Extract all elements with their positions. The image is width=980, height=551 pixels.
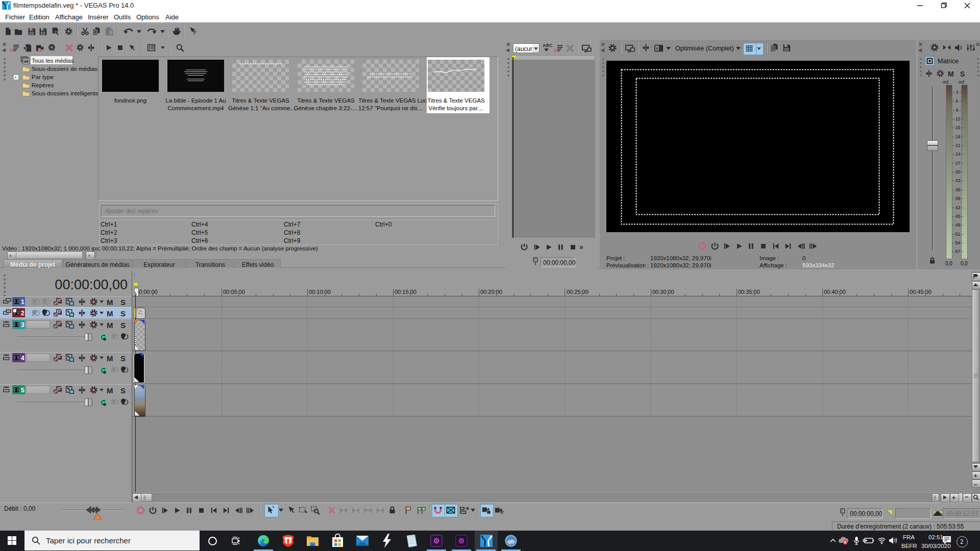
svg-text:qb: qb bbox=[507, 538, 514, 544]
